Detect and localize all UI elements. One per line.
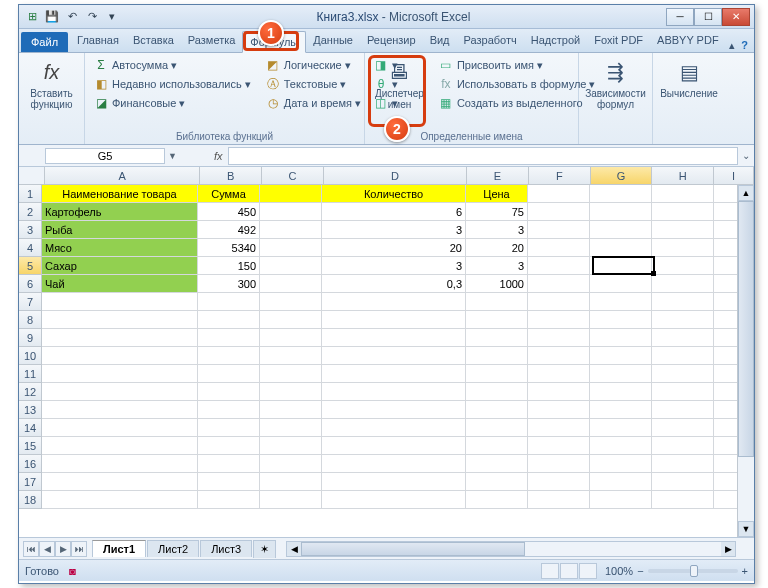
cell[interactable] <box>590 185 652 203</box>
cell[interactable] <box>322 491 466 509</box>
cell[interactable] <box>652 239 714 257</box>
cell[interactable] <box>260 257 322 275</box>
cell[interactable] <box>466 311 528 329</box>
cell[interactable] <box>652 347 714 365</box>
cell[interactable] <box>466 419 528 437</box>
row-header[interactable]: 9 <box>19 329 42 347</box>
row-header[interactable]: 2 <box>19 203 42 221</box>
close-button[interactable]: ✕ <box>722 8 750 26</box>
cell[interactable]: Картофель <box>42 203 198 221</box>
row-header[interactable]: 12 <box>19 383 42 401</box>
cell[interactable] <box>528 185 590 203</box>
formula-audit-button[interactable]: ⇶ Зависимости формул <box>585 56 646 112</box>
cell[interactable] <box>466 473 528 491</box>
use-in-formula-button[interactable]: fxИспользовать в формуле ▾ <box>436 75 598 93</box>
cell[interactable] <box>42 329 198 347</box>
cell[interactable]: 300 <box>198 275 260 293</box>
qat-dropdown-icon[interactable]: ▾ <box>103 8 121 26</box>
cell[interactable] <box>198 491 260 509</box>
cell[interactable] <box>260 239 322 257</box>
cell[interactable] <box>466 437 528 455</box>
cell[interactable] <box>42 437 198 455</box>
cell[interactable] <box>260 329 322 347</box>
cell[interactable] <box>528 473 590 491</box>
cell[interactable] <box>528 239 590 257</box>
cell[interactable] <box>652 311 714 329</box>
row-header[interactable]: 14 <box>19 419 42 437</box>
hscroll-thumb[interactable] <box>301 542 525 556</box>
row-header[interactable]: 1 <box>19 185 42 203</box>
cell[interactable] <box>528 419 590 437</box>
cell[interactable] <box>466 365 528 383</box>
cell[interactable]: Рыба <box>42 221 198 239</box>
cell[interactable]: 20 <box>322 239 466 257</box>
cell[interactable] <box>260 347 322 365</box>
cell[interactable] <box>528 221 590 239</box>
row-header[interactable]: 7 <box>19 293 42 311</box>
column-header[interactable]: C <box>262 167 324 184</box>
help-icon[interactable]: ? <box>741 39 748 52</box>
cell[interactable] <box>42 419 198 437</box>
recent-button[interactable]: ◧Недавно использовались ▾ <box>91 75 253 93</box>
column-header[interactable]: F <box>529 167 591 184</box>
cell[interactable]: Чай <box>42 275 198 293</box>
cell[interactable]: 1000 <box>466 275 528 293</box>
fx-icon[interactable]: fx <box>214 150 223 162</box>
cell[interactable] <box>590 473 652 491</box>
excel-icon[interactable]: ⊞ <box>23 8 41 26</box>
undo-icon[interactable]: ↶ <box>63 8 81 26</box>
formula-expand-icon[interactable]: ⌄ <box>742 150 754 161</box>
cell[interactable] <box>652 221 714 239</box>
save-icon[interactable]: 💾 <box>43 8 61 26</box>
row-header[interactable]: 5 <box>19 257 42 275</box>
insert-function-button[interactable]: fx Вставить функцию <box>25 56 78 112</box>
select-all-corner[interactable] <box>19 167 45 184</box>
cell[interactable] <box>528 329 590 347</box>
cell[interactable]: 0,3 <box>322 275 466 293</box>
cell[interactable] <box>260 221 322 239</box>
cell[interactable] <box>590 293 652 311</box>
cell[interactable] <box>590 347 652 365</box>
cell[interactable] <box>42 347 198 365</box>
zoom-level[interactable]: 100% <box>605 565 633 577</box>
row-header[interactable]: 11 <box>19 365 42 383</box>
cell[interactable] <box>528 203 590 221</box>
cell[interactable] <box>322 419 466 437</box>
logical-button[interactable]: ◩Логические ▾ <box>263 56 363 74</box>
cell[interactable] <box>260 203 322 221</box>
sheet-nav-last[interactable]: ⏭ <box>71 541 87 557</box>
cell[interactable] <box>528 383 590 401</box>
ribbon-minimize-icon[interactable]: ▴ <box>729 39 735 52</box>
tab-foxit pdf[interactable]: Foxit PDF <box>587 30 650 52</box>
cell[interactable] <box>528 275 590 293</box>
cell[interactable] <box>198 455 260 473</box>
cell[interactable] <box>652 455 714 473</box>
cell[interactable] <box>260 473 322 491</box>
text-button[interactable]: ⒶТекстовые ▾ <box>263 75 363 93</box>
cell[interactable] <box>260 401 322 419</box>
sheet-nav-first[interactable]: ⏮ <box>23 541 39 557</box>
row-header[interactable]: 10 <box>19 347 42 365</box>
cell[interactable]: Цена <box>466 185 528 203</box>
cell[interactable] <box>652 419 714 437</box>
cell[interactable] <box>528 311 590 329</box>
cell[interactable] <box>466 383 528 401</box>
scroll-up-icon[interactable]: ▲ <box>738 185 754 201</box>
row-header[interactable]: 8 <box>19 311 42 329</box>
cell[interactable] <box>590 401 652 419</box>
cell[interactable] <box>198 383 260 401</box>
vertical-scrollbar[interactable]: ▲ ▼ <box>737 185 754 537</box>
cell[interactable] <box>652 383 714 401</box>
cell[interactable]: Мясо <box>42 239 198 257</box>
cell[interactable] <box>652 473 714 491</box>
column-header[interactable]: D <box>324 167 467 184</box>
file-tab[interactable]: Файл <box>21 32 68 52</box>
zoom-in-button[interactable]: + <box>742 565 748 577</box>
cell[interactable] <box>198 329 260 347</box>
column-header[interactable]: G <box>591 167 653 184</box>
column-header[interactable]: I <box>714 167 754 184</box>
macro-record-icon[interactable]: ◙ <box>69 565 76 577</box>
cell[interactable]: 3 <box>322 221 466 239</box>
cell[interactable] <box>198 311 260 329</box>
tab-разметка[interactable]: Разметка <box>181 30 243 52</box>
